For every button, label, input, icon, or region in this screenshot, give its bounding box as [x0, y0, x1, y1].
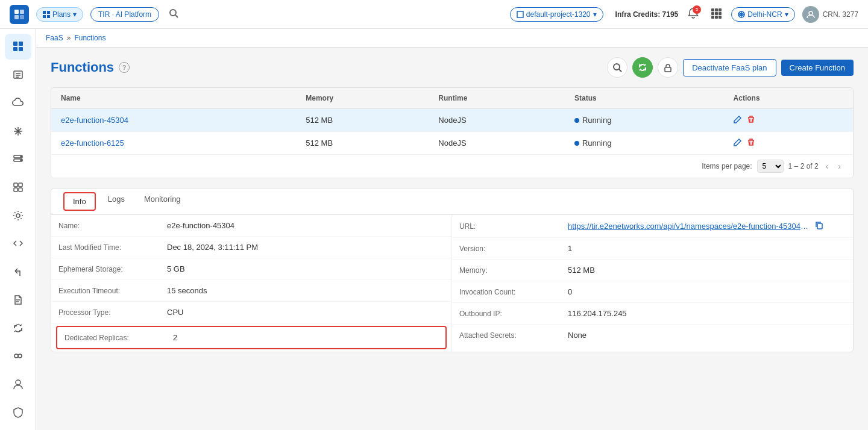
- sidebar-item-network[interactable]: [5, 118, 31, 144]
- svg-rect-12: [719, 8, 722, 11]
- sidebar-item-grid[interactable]: [5, 175, 31, 201]
- help-icon[interactable]: ?: [119, 62, 130, 73]
- page-title-area: Functions ?: [51, 60, 130, 75]
- items-per-page-select[interactable]: 5 10 25: [757, 160, 784, 173]
- sidebar-item-link[interactable]: [5, 343, 31, 369]
- crn-menu[interactable]: CRN. 3277: [802, 6, 858, 23]
- prev-page-button[interactable]: ‹: [823, 160, 831, 172]
- sidebar-item-dashboard[interactable]: [5, 34, 31, 60]
- svg-rect-23: [13, 47, 17, 51]
- top-nav: Plans ▾ TIR · AI Platform default-projec…: [0, 0, 868, 29]
- svg-line-9: [175, 15, 178, 17]
- info-value: e2e-function-45304: [167, 221, 444, 230]
- items-per-page-label: Items per page:: [702, 162, 752, 170]
- svg-rect-4: [43, 11, 46, 14]
- sidebar-item-storage[interactable]: [5, 146, 31, 172]
- refresh-button[interactable]: [632, 57, 653, 78]
- svg-point-41: [18, 354, 22, 358]
- svg-rect-46: [665, 67, 671, 72]
- tab-monitoring[interactable]: Monitoring: [134, 189, 190, 214]
- info-row-right-1: Version: 1: [452, 238, 853, 260]
- info-label: URL:: [459, 222, 568, 231]
- info-value: 116.204.175.245: [568, 309, 846, 318]
- platform-button[interactable]: TIR · AI Platform: [90, 7, 159, 22]
- svg-rect-7: [47, 15, 50, 18]
- edit-icon[interactable]: [734, 138, 742, 148]
- sidebar-item-code[interactable]: [5, 231, 31, 257]
- sidebar-item-list[interactable]: [5, 62, 31, 88]
- info-value: 5 GB: [167, 264, 444, 273]
- breadcrumb-parent[interactable]: FaaS: [46, 34, 63, 42]
- cell-runtime: NodeJS: [429, 132, 565, 155]
- search-button[interactable]: [607, 57, 627, 78]
- deactivate-button[interactable]: Deactivate FaaS plan: [683, 59, 776, 76]
- info-label: Attached Secrets:: [459, 331, 568, 340]
- cell-name[interactable]: e2e-function-45304: [51, 109, 296, 132]
- breadcrumb-current: Functions: [74, 34, 105, 42]
- region-selector[interactable]: Delhi-NCR ▾: [731, 7, 794, 22]
- svg-point-37: [16, 214, 20, 217]
- cell-memory: 512 MB: [296, 132, 429, 155]
- table-row[interactable]: e2e-function-45304 512 MB NodeJS Running: [51, 109, 853, 132]
- sidebar-item-arrow[interactable]: [5, 259, 31, 285]
- sidebar-item-cloud[interactable]: [5, 90, 31, 116]
- table-row[interactable]: e2e-function-6125 512 MB NodeJS Running: [51, 132, 853, 155]
- svg-rect-11: [715, 8, 718, 11]
- function-name-link[interactable]: e2e-function-45304: [61, 116, 128, 125]
- sidebar-item-document[interactable]: [5, 287, 31, 313]
- lock-button[interactable]: [658, 57, 678, 78]
- info-label: Execution Timeout:: [58, 287, 167, 295]
- apps-grid-button[interactable]: [708, 5, 724, 23]
- svg-rect-2: [14, 15, 19, 19]
- svg-rect-24: [19, 47, 23, 51]
- next-page-button[interactable]: ›: [835, 160, 843, 172]
- tab-info[interactable]: Info: [63, 192, 96, 211]
- info-row-right-5: Attached Secrets: None: [452, 325, 853, 346]
- info-label: Ephemeral Storage:: [58, 265, 167, 273]
- sidebar-item-user[interactable]: [5, 372, 31, 397]
- svg-point-40: [14, 354, 18, 358]
- tab-logs[interactable]: Logs: [98, 189, 134, 214]
- sidebar-item-shield[interactable]: [5, 399, 31, 425]
- svg-rect-1: [20, 10, 24, 14]
- svg-rect-6: [43, 15, 46, 18]
- function-name-link[interactable]: e2e-function-6125: [61, 139, 124, 148]
- sidebar-item-sync[interactable]: [5, 315, 31, 341]
- info-right-col: URL: https://tir.e2enetworks.com/api/v1/…: [452, 215, 853, 352]
- url-value[interactable]: https://tir.e2enetworks.com/api/v1/names…: [568, 222, 809, 231]
- delete-icon[interactable]: [747, 138, 755, 148]
- delete-icon[interactable]: [747, 115, 755, 125]
- info-label: Invocation Count:: [459, 288, 568, 296]
- notifications-button[interactable]: 5: [685, 5, 701, 23]
- copy-icon[interactable]: [815, 221, 823, 231]
- search-icon[interactable]: [169, 8, 178, 20]
- col-name: Name: [51, 88, 296, 109]
- col-status: Status: [565, 88, 724, 109]
- create-function-button[interactable]: Create Function: [781, 60, 854, 76]
- info-label: Version:: [459, 245, 568, 253]
- info-value: None: [568, 331, 846, 340]
- svg-rect-0: [14, 10, 19, 14]
- info-value: 1: [568, 244, 846, 253]
- info-value: Dec 18, 2024, 3:11:11 PM: [167, 243, 444, 252]
- col-memory: Memory: [296, 88, 429, 109]
- page-actions: Deactivate FaaS plan Create Function: [607, 57, 854, 78]
- edit-icon[interactable]: [734, 115, 742, 125]
- cell-memory: 512 MB: [296, 109, 429, 132]
- tabs-row: Info Logs Monitoring: [51, 189, 853, 215]
- info-row-ephemeral-storage-: Ephemeral Storage: 5 GB: [51, 258, 451, 280]
- cell-status: Running: [565, 109, 724, 132]
- table-header-row: Name Memory Runtime Status Actions: [51, 88, 853, 109]
- page-title: Functions: [51, 60, 114, 75]
- breadcrumb: FaaS » Functions: [36, 29, 868, 48]
- info-value: 2: [173, 333, 438, 342]
- col-actions: Actions: [724, 88, 853, 109]
- plans-button[interactable]: Plans ▾: [36, 7, 83, 22]
- info-left-col: Name: e2e-function-45304 Last Modified T…: [51, 215, 452, 352]
- info-content: Name: e2e-function-45304 Last Modified T…: [51, 215, 853, 352]
- project-selector[interactable]: default-project-1320 ▾: [510, 7, 603, 22]
- cell-name[interactable]: e2e-function-6125: [51, 132, 296, 155]
- sidebar-item-settings[interactable]: [5, 202, 31, 228]
- cell-actions: [724, 109, 853, 132]
- svg-rect-5: [47, 11, 50, 14]
